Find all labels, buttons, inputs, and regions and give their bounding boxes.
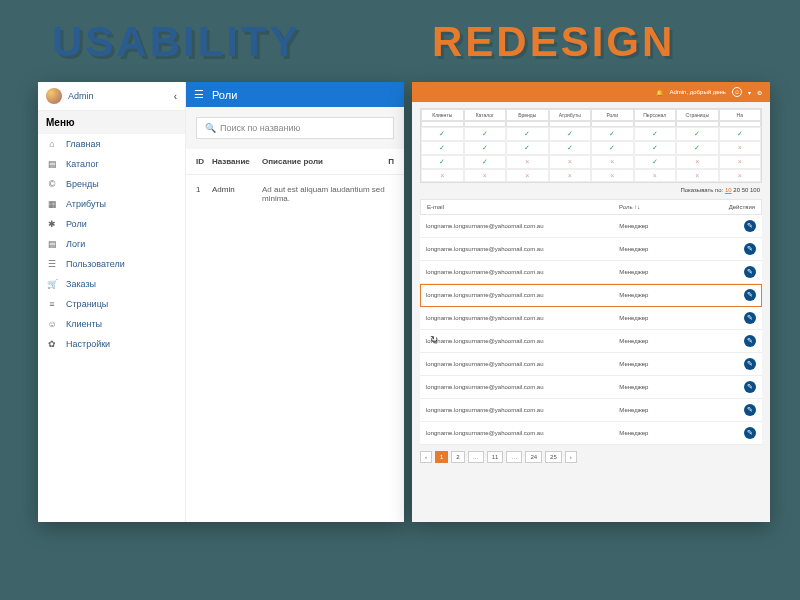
cross-icon: × (719, 141, 762, 155)
nav-label: Логи (66, 239, 85, 249)
edit-button[interactable]: ✎ (744, 335, 756, 347)
chevron-left-icon[interactable]: ‹ (174, 91, 177, 102)
nav-label: Каталог (66, 159, 99, 169)
page-button[interactable]: › (565, 451, 577, 463)
cross-icon: × (634, 169, 677, 182)
cross-icon: × (421, 169, 464, 182)
table-row[interactable]: longname.longsurname@yahoomail.com.auМен… (420, 307, 762, 330)
avatar (46, 88, 62, 104)
edit-button[interactable]: ✎ (744, 427, 756, 439)
page-button[interactable]: 1 (435, 451, 448, 463)
table-row[interactable]: longname.longsurname@yahoomail.com.auМен… (420, 330, 762, 353)
nav-icon: ▤ (46, 159, 58, 169)
page-button[interactable]: … (468, 451, 484, 463)
edit-button[interactable]: ✎ (744, 266, 756, 278)
page-button[interactable]: 24 (525, 451, 542, 463)
check-icon: ✓ (634, 127, 677, 141)
table-row[interactable]: longname.longsurname@yahoomail.com.auМен… (420, 215, 762, 238)
table-row[interactable]: longname.longsurname@yahoomail.com.auМен… (420, 353, 762, 376)
sidebar-item-2[interactable]: ©Бренды (38, 174, 185, 194)
table-row[interactable]: longname.longsurname@yahoomail.com.auМен… (420, 238, 762, 261)
cross-icon: × (549, 169, 592, 182)
sidebar-item-4[interactable]: ✱Роли (38, 214, 185, 234)
perm-row: ✓✓✓✓✓✓✓× (421, 141, 761, 155)
sidebar-item-5[interactable]: ▤Логи (38, 234, 185, 254)
table-row[interactable]: longname.longsurname@yahoomail.com.auМен… (420, 399, 762, 422)
sidebar-item-7[interactable]: 🛒Заказы (38, 274, 185, 294)
hamburger-icon[interactable]: ☰ (194, 88, 204, 101)
gear-icon[interactable]: ⚙ (757, 89, 762, 96)
col-name[interactable]: Название (212, 157, 262, 166)
page-button[interactable]: … (506, 451, 522, 463)
edit-button[interactable]: ✎ (744, 220, 756, 232)
pagination: ‹12…11…2425› (420, 451, 762, 463)
menu-heading: Меню (38, 111, 185, 134)
search-input[interactable]: 🔍 Поиск по названию (196, 117, 394, 139)
check-icon: ✓ (634, 141, 677, 155)
page-size-option[interactable]: 20 (732, 187, 740, 193)
nav-icon: ⌂ (46, 139, 58, 149)
sidebar-user[interactable]: Admin ‹ (38, 82, 185, 111)
cross-icon: × (719, 169, 762, 182)
check-icon: ✓ (464, 141, 507, 155)
sidebar-item-3[interactable]: ▦Атрибуты (38, 194, 185, 214)
edit-button[interactable]: ✎ (744, 381, 756, 393)
page-button[interactable]: 25 (545, 451, 562, 463)
users-table-head: E-mail Роль ↑↓ Действия (420, 199, 762, 215)
cross-icon: × (591, 169, 634, 182)
page-size-label: Показывать по: (680, 187, 723, 193)
page-size-option[interactable]: 100 (748, 187, 760, 193)
sidebar-item-8[interactable]: ≡Страницы (38, 294, 185, 314)
chevron-down-icon[interactable]: ▾ (748, 89, 751, 96)
bell-icon[interactable]: 🔔 (656, 89, 663, 96)
page-button[interactable]: 2 (451, 451, 464, 463)
nav-icon: ≡ (46, 299, 58, 309)
edit-button[interactable]: ✎ (744, 312, 756, 324)
col-p[interactable]: П (388, 157, 394, 166)
sidebar-item-6[interactable]: ☰Пользователи (38, 254, 185, 274)
nav-label: Клиенты (66, 319, 102, 329)
page-size-option[interactable]: 10 (725, 187, 732, 193)
heading-usability: USABILITY (52, 18, 301, 66)
nav-label: Главная (66, 139, 100, 149)
nav-icon: © (46, 179, 58, 189)
user-icon[interactable]: ☺ (732, 87, 742, 97)
page-button[interactable]: 11 (487, 451, 504, 463)
sidebar-item-9[interactable]: ☺Клиенты (38, 314, 185, 334)
perm-row: ×××××××× (421, 169, 761, 182)
cross-icon: × (464, 169, 507, 182)
sidebar-item-1[interactable]: ▤Каталог (38, 154, 185, 174)
check-icon: ✓ (506, 127, 549, 141)
edit-button[interactable]: ✎ (744, 404, 756, 416)
nav-label: Роли (66, 219, 87, 229)
edit-button[interactable]: ✎ (744, 289, 756, 301)
check-icon: ✓ (676, 141, 719, 155)
check-icon: ✓ (464, 127, 507, 141)
check-icon: ✓ (421, 141, 464, 155)
check-icon: ✓ (591, 141, 634, 155)
sidebar-item-0[interactable]: ⌂Главная (38, 134, 185, 154)
nav-label: Атрибуты (66, 199, 106, 209)
table-row[interactable]: longname.longsurname@yahoomail.com.auМен… (420, 284, 762, 307)
check-icon: ✓ (719, 127, 762, 141)
page-title: Роли (212, 89, 237, 101)
col-role[interactable]: Роль ↑↓ (619, 204, 715, 210)
table-row[interactable]: 1AdminAd aut est aliquam laudantium sed … (186, 175, 404, 213)
left-main: ☰ Роли 🔍 Поиск по названию ID Название О… (186, 82, 404, 522)
col-email[interactable]: E-mail (427, 204, 619, 210)
page-button[interactable]: ‹ (420, 451, 432, 463)
edit-button[interactable]: ✎ (744, 358, 756, 370)
sidebar-item-10[interactable]: ✿Настройки (38, 334, 185, 354)
table-row[interactable]: longname.longsurname@yahoomail.com.auМен… (420, 261, 762, 284)
check-icon: ✓ (506, 141, 549, 155)
col-desc[interactable]: Описание роли (262, 157, 388, 166)
edit-button[interactable]: ✎ (744, 243, 756, 255)
cross-icon: × (719, 155, 762, 169)
table-row[interactable]: longname.longsurname@yahoomail.com.auМен… (420, 376, 762, 399)
nav-icon: ✱ (46, 219, 58, 229)
col-actions: Действия (715, 204, 755, 210)
col-id[interactable]: ID (196, 157, 212, 166)
table-row[interactable]: longname.longsurname@yahoomail.com.auМен… (420, 422, 762, 445)
search-wrap: 🔍 Поиск по названию (186, 107, 404, 149)
perm-col: Атрибуты (549, 109, 592, 121)
